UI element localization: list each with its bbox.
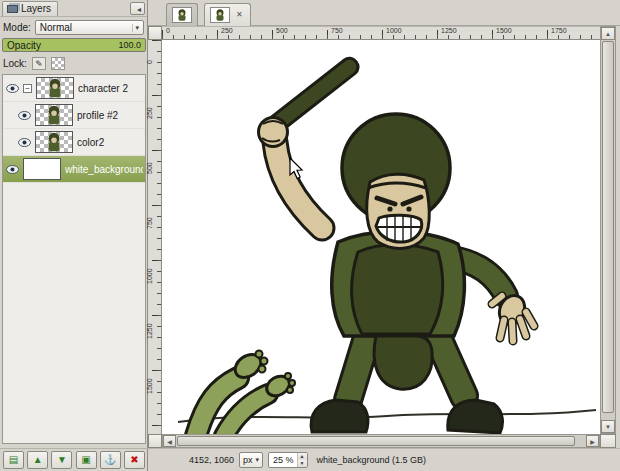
ruler-label: 1000 [146,268,153,284]
lock-row: Lock: ✎ [3,56,145,71]
vertical-ruler-labels[interactable]: 0250500750100012501500 [148,40,162,434]
quick-mask-toggle-button[interactable] [148,434,162,448]
opacity-value: 100.0 [118,40,141,50]
layer-list: − character 2 profile #2 color2 [2,74,146,444]
lock-pixels-button[interactable]: ✎ [32,57,46,70]
vertical-scrollbar[interactable]: ▲ ▼ [600,26,616,434]
pointer-position: 4152, 1060 [182,455,234,465]
fallen-figure [196,350,295,434]
scroll-right-icon[interactable]: ▶ [586,435,599,447]
status-message: white_background (1.5 GB) [317,455,427,465]
zoom-input[interactable]: 25 % ▲ ▼ [268,452,307,468]
image-canvas[interactable] [162,40,600,434]
delete-layer-button[interactable]: ✖ [124,451,145,469]
ruler-label: 1250 [441,27,457,34]
spin-up-icon[interactable]: ▲ [298,453,307,460]
layers-dialog-tab[interactable]: Layers [2,1,58,16]
layers-dialog-header: Layers ◂ [0,0,147,17]
scroll-left-icon[interactable]: ◀ [163,435,176,447]
mini-character-icon [44,77,66,99]
spin-down-icon[interactable]: ▼ [298,460,307,467]
image-thumbnail-icon [210,7,230,23]
unit-select[interactable]: px ▾ [239,452,263,468]
scroll-down-icon[interactable]: ▼ [601,420,615,433]
right-boot [448,400,503,433]
mini-character-icon [43,104,65,126]
visibility-eye-icon[interactable] [17,111,31,120]
layer-row-profile-2[interactable]: profile #2 [3,102,145,129]
ruler-label: 1250 [146,323,153,339]
ruler-origin-button[interactable] [148,26,162,40]
layer-name: character 2 [78,83,128,94]
duplicate-layer-icon: ▣ [81,454,90,465]
opacity-label: Opacity [7,40,41,51]
expander-icon[interactable]: − [23,84,32,93]
image-window: ✕ 02505007501000125015001750 02505007501… [148,0,620,471]
image-thumbnail-icon [172,7,192,23]
layers-dialog-button-bar: ▤ ▲ ▼ ▣ ⚓ ✖ [0,448,148,470]
layer-row-color2[interactable]: color2 [3,129,145,156]
ruler-label: 1500 [496,27,512,34]
status-bar: 4152, 1060 px ▾ 25 % ▲ ▼ white_backgroun… [148,448,620,471]
horizontal-scrollbar[interactable]: ◀ ▶ [162,434,600,448]
horizontal-ruler-labels[interactable]: 02505007501000125015001750 [162,26,600,40]
visibility-eye-icon[interactable] [5,165,19,174]
ruler-label: 250 [146,107,153,119]
layers-dialog-title: Layers [21,3,51,14]
canvas-artwork [162,40,600,434]
layer-row-white-background[interactable]: white_background [3,156,145,183]
anchor-icon: ⚓ [104,454,116,465]
new-layer-button[interactable]: ▤ [3,451,24,469]
ruler-label: 0 [166,27,170,34]
dropdown-arrow-icon: ▾ [132,24,141,32]
navigation-button[interactable] [600,434,616,448]
crotch [374,336,432,389]
anchor-layer-button[interactable]: ⚓ [100,451,121,469]
soldier-character [259,55,535,433]
layer-name: white_background [65,164,143,175]
ruler-label: 250 [221,27,233,34]
ruler-label: 750 [146,217,153,229]
pencil-icon: ✎ [35,59,43,69]
ruler-label: 500 [146,162,153,174]
dock-menu-button[interactable]: ◂ [130,2,145,15]
mode-label: Mode: [3,22,31,33]
layer-thumbnail [36,77,74,99]
horizontal-scrollbar-thumb[interactable] [177,436,575,446]
layers-icon [7,5,18,13]
scroll-up-icon[interactable]: ▲ [601,27,615,40]
layer-row-character-2[interactable]: − character 2 [3,75,145,102]
lock-alpha-button[interactable] [51,57,65,70]
dock-menu-icon: ◂ [137,5,141,14]
vertical-scrollbar-thumb[interactable] [602,41,614,413]
layer-thumbnail [35,104,73,126]
lock-label: Lock: [3,58,27,69]
layer-name: color2 [77,137,104,148]
raise-layer-button[interactable]: ▲ [27,451,48,469]
duplicate-layer-button[interactable]: ▣ [76,451,97,469]
new-layer-icon: ▤ [9,454,18,465]
zoom-spinner[interactable]: ▲ ▼ [297,453,307,467]
visibility-eye-icon[interactable] [5,84,19,93]
chest-plate [352,245,443,335]
ruler-label: 1500 [146,378,153,394]
mode-value: Normal [40,22,72,33]
visibility-eye-icon[interactable] [17,138,31,147]
mini-character-icon [43,131,65,153]
ruler-label: 750 [331,27,343,34]
layer-mode-select[interactable]: Normal ▾ [35,20,144,35]
dropdown-arrow-icon: ▾ [256,456,260,464]
left-boot [311,400,368,432]
layer-thumbnail [23,158,61,180]
ruler-label: 1000 [386,27,402,34]
ruler-label: 1750 [551,27,567,34]
image-tab-2[interactable]: ✕ [204,3,251,26]
close-tab-icon[interactable]: ✕ [234,10,245,20]
lower-layer-button[interactable]: ▼ [51,451,72,469]
lower-layer-icon: ▼ [57,454,67,465]
layer-thumbnail [35,131,73,153]
opacity-slider[interactable]: Opacity 100.0 [2,38,146,52]
image-tab-1[interactable] [166,3,198,26]
raise-layer-icon: ▲ [33,454,43,465]
ruler-label: 500 [276,27,288,34]
